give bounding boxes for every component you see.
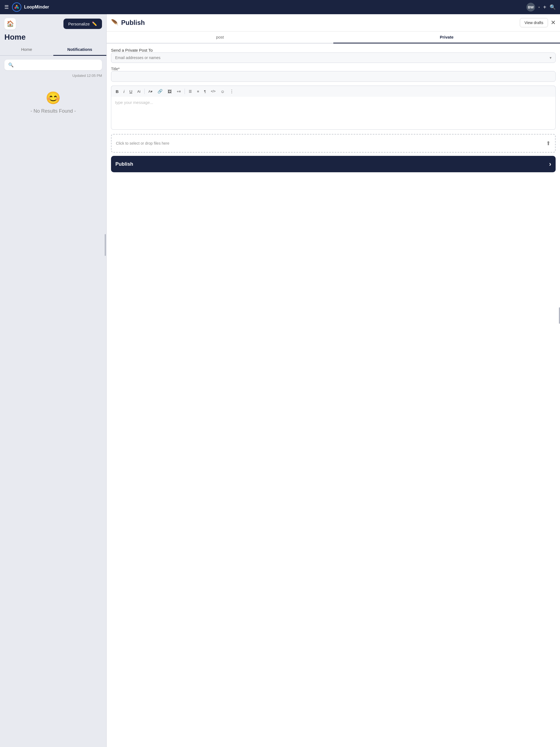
new-item-button[interactable]: + [543,4,546,10]
search-bar-icon: 🔍 [8,62,14,68]
ai-button[interactable]: Ai [135,88,143,95]
personalize-icon: ✏️ [92,21,97,26]
bold-button[interactable]: B [113,88,121,95]
toolbar-separator-2 [184,88,185,94]
left-panel-header: 🏠 Personalize ✏️ [0,14,106,32]
app-logo [12,2,21,12]
email-dropdown-chevron-icon[interactable]: ▾ [550,55,552,60]
tab-post[interactable]: post [107,31,333,44]
svg-point-2 [17,7,19,9]
nav-actions: BW ▾ + 🔍 [526,3,556,11]
ordered-list-button[interactable]: ☰ [186,88,194,95]
app-title: LoopMinder [24,5,526,9]
file-drop-text: Click to select or drop files here [116,141,169,146]
link-button[interactable]: 🔗 [155,87,165,95]
email-input-row: ▾ [111,52,556,63]
emoji-button[interactable]: ☺ [218,88,227,95]
search-icon[interactable]: 🔍 [550,4,556,10]
home-button[interactable]: 🏠 [4,18,16,29]
close-button[interactable]: ✕ [551,19,556,26]
upload-icon: ⬆ [546,140,551,147]
title-label-text: Title* [111,67,120,71]
font-size-button[interactable]: A▾ [146,88,155,95]
publish-button-label: Publish [116,161,133,167]
title-input[interactable] [111,71,556,82]
left-panel: 🏠 Personalize ✏️ Home Home Notifications… [0,14,107,747]
message-editor-area[interactable]: type your message... [111,97,556,130]
scroll-indicator [105,234,106,256]
editor-toolbar: B i U Ai A▾ 🔗 🖼 +≡ ☰ ≡ ¶ </> ☺ ⋮ [111,85,556,97]
menu-icon[interactable]: ☰ [4,4,9,10]
updated-timestamp: Updated 12:05 PM [0,73,106,80]
unordered-list-button[interactable]: ≡ [195,88,201,95]
italic-button[interactable]: i [121,88,127,95]
no-results-area: 😊 - No Results Found - [0,80,106,125]
right-scroll-indicator [559,307,560,324]
send-to-label: Send a Private Post To [111,48,556,52]
main-layout: 🏠 Personalize ✏️ Home Home Notifications… [0,14,560,747]
svg-point-1 [16,5,18,6]
left-tabs: Home Notifications [0,44,106,56]
top-nav: ☰ LoopMinder BW ▾ + 🔍 [0,0,560,14]
title-label: Title* [111,67,556,71]
no-results-emoji: 😊 [46,91,61,105]
publish-button-row: Publish › [107,153,560,177]
email-input[interactable] [115,55,550,60]
search-bar: 🔍 [4,60,102,70]
user-avatar[interactable]: BW [526,3,535,11]
search-input[interactable] [16,62,98,67]
code-button[interactable]: </> [209,88,218,95]
more-button[interactable]: ⋮ [228,87,236,95]
publish-title: Publish [121,19,520,27]
publish-form: Send a Private Post To ▾ Title* B i U [107,44,560,134]
tab-private[interactable]: Private [333,31,560,44]
page-title: Home [0,32,106,44]
right-panel: 🪶 Publish View drafts ✕ post Private Sen… [107,14,560,747]
tab-notifications[interactable]: Notifications [53,44,107,56]
svg-point-3 [15,7,16,9]
message-editor: B i U Ai A▾ 🔗 🖼 +≡ ☰ ≡ ¶ </> ☺ ⋮ [111,85,556,130]
paragraph-button[interactable]: ¶ [202,88,208,95]
no-results-text: - No Results Found - [30,108,76,114]
title-field: Title* [111,67,556,82]
insert-button[interactable]: +≡ [175,88,183,95]
image-button[interactable]: 🖼 [166,88,174,95]
feather-icon: 🪶 [111,19,119,26]
tab-home[interactable]: Home [0,44,53,56]
personalize-button[interactable]: Personalize ✏️ [63,19,102,29]
publish-button[interactable]: Publish › [111,156,556,172]
avatar-chevron-icon[interactable]: ▾ [538,6,540,9]
editor-placeholder: type your message... [115,100,153,105]
file-drop-area[interactable]: Click to select or drop files here ⬆ [111,134,556,153]
view-drafts-button[interactable]: View drafts [520,18,548,27]
personalize-label: Personalize [68,22,90,26]
publish-header: 🪶 Publish View drafts ✕ [107,14,560,31]
publish-button-chevron-icon: › [549,160,551,168]
toolbar-separator-1 [144,88,145,94]
send-to-field: Send a Private Post To ▾ [111,48,556,63]
right-tabs: post Private [107,31,560,44]
underline-button[interactable]: U [127,88,134,95]
